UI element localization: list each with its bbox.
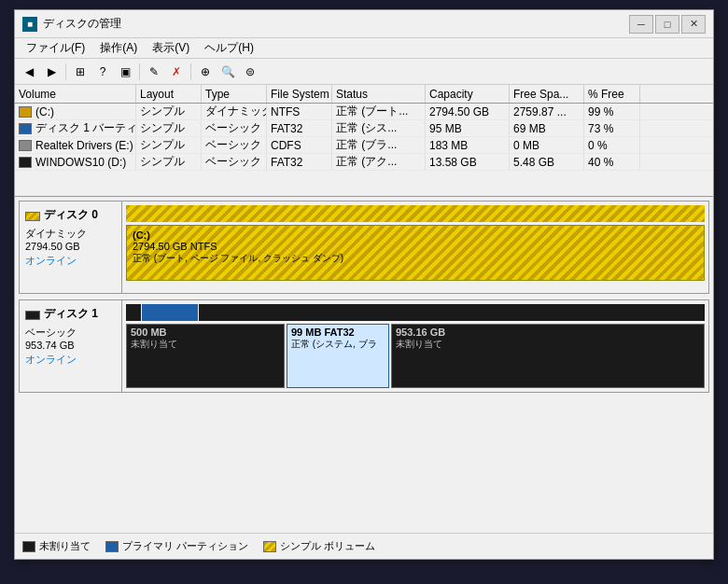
td-free-1: 69 MB — [510, 120, 584, 136]
menu-view[interactable]: 表示(V) — [145, 38, 197, 58]
td-fs-2: CDFS — [267, 137, 332, 153]
td-type-1: ベーシック — [202, 120, 267, 136]
disk1-segments-bar — [126, 304, 705, 321]
td-pct-3: 40 % — [584, 154, 640, 170]
add-button[interactable]: ⊕ — [195, 62, 216, 82]
table-row[interactable]: (C:) シンプル ダイナミック NTFS 正常 (ブート... 2794.50… — [15, 104, 713, 120]
menu-action[interactable]: 操作(A) — [92, 38, 145, 58]
separator-1 — [65, 63, 66, 80]
table-header: Volume Layout Type File System Status Ca… — [15, 85, 713, 104]
td-volume-0: (C:) — [15, 104, 136, 119]
disk1-info: ディスク 1 ベーシック 953.74 GB オンライン — [20, 300, 122, 392]
legend-item-simple: シンプル ボリューム — [263, 539, 375, 553]
forward-button[interactable]: ▶ — [41, 62, 62, 82]
disk0-part-name: (C:) — [133, 229, 698, 241]
legend-item-unallocated: 未割り当て — [22, 539, 91, 553]
disk0-part-size: 2794.50 GB NTFS — [133, 241, 698, 252]
volume-icon-0 — [19, 106, 32, 118]
disk1-partitions: 500 MB 未割り当て 99 MB FAT32 正常 (システム, ブラ 95… — [126, 324, 705, 388]
td-status-0: 正常 (ブート... — [332, 104, 426, 119]
disk1-part0-desc: 未割り当て — [131, 338, 280, 351]
title-bar-controls: ─ □ ✕ — [629, 15, 706, 34]
disk0-part-desc: 正常 (ブート, ページ ファイル, クラッシュ ダンプ) — [133, 252, 698, 265]
volume-icon-2 — [19, 140, 32, 151]
disk1-seg-primary — [142, 304, 198, 321]
disk1-id: ディスク 1 — [44, 306, 98, 322]
td-status-2: 正常 (ブラ... — [332, 137, 426, 153]
maximize-button[interactable]: □ — [655, 15, 679, 34]
td-pct-1: 73 % — [584, 120, 640, 136]
disk0-bar-area: (C:) 2794.50 GB NTFS 正常 (ブート, ページ ファイル, … — [122, 202, 708, 293]
legend-bar: 未割り当て プライマリ パーティション シンプル ボリューム — [15, 533, 713, 559]
window-icon: ■ — [22, 17, 37, 32]
disk1-seg-unallocated1 — [126, 304, 141, 321]
menu-help[interactable]: ヘルプ(H) — [197, 38, 261, 58]
col-header-type[interactable]: Type — [202, 85, 267, 103]
col-header-layout[interactable]: Layout — [136, 85, 202, 103]
col-header-capacity[interactable]: Capacity — [426, 85, 510, 103]
delete-button[interactable]: ✗ — [166, 62, 187, 82]
separator-2 — [139, 63, 140, 80]
td-pct-0: 99 % — [584, 104, 640, 119]
legend-box-simple — [263, 541, 276, 552]
td-layout-1: シンプル — [136, 120, 202, 136]
td-volume-2: Realtek Drivers (E:) — [15, 137, 136, 153]
td-layout-0: シンプル — [136, 104, 202, 119]
td-type-3: ベーシック — [202, 154, 267, 170]
legend-label-unallocated: 未割り当て — [39, 539, 91, 553]
disk1-part-953gb[interactable]: 953.16 GB 未割り当て — [391, 324, 705, 388]
minimize-button[interactable]: ─ — [629, 15, 653, 34]
filter-button[interactable]: ⊜ — [240, 62, 260, 82]
disk1-type: ベーシック — [25, 326, 116, 340]
col-header-fs[interactable]: File System — [267, 85, 332, 103]
volume-icon-1 — [19, 123, 32, 134]
disk0-label-strip: ディスク 0 — [25, 207, 116, 225]
disk1-part2-name: 953.16 GB — [396, 327, 700, 338]
col-header-status[interactable]: Status — [332, 85, 426, 103]
main-content: Volume Layout Type File System Status Ca… — [15, 85, 713, 559]
td-layout-2: シンプル — [136, 137, 202, 153]
volume-table: Volume Layout Type File System Status Ca… — [15, 85, 713, 197]
properties-button[interactable]: ⊞ — [70, 62, 91, 82]
help-button[interactable]: ? — [92, 62, 113, 82]
view-button[interactable]: ▣ — [115, 62, 135, 82]
td-status-1: 正常 (シス... — [332, 120, 426, 136]
td-capacity-2: 183 MB — [426, 137, 510, 153]
td-volume-3: WINDOWS10 (D:) — [15, 154, 136, 170]
col-header-free[interactable]: Free Spa... — [510, 85, 584, 103]
disk1-label-strip: ディスク 1 — [25, 306, 116, 324]
td-pct-2: 0 % — [584, 137, 640, 153]
table-row[interactable]: WINDOWS10 (D:) シンプル ベーシック FAT32 正常 (アク..… — [15, 154, 713, 171]
td-status-3: 正常 (アク... — [332, 154, 426, 170]
disk1-part-99mb[interactable]: 99 MB FAT32 正常 (システム, ブラ — [287, 324, 389, 388]
search-button[interactable]: 🔍 — [217, 62, 238, 82]
disk0-id: ディスク 0 — [44, 207, 98, 223]
col-header-volume[interactable]: Volume — [15, 85, 136, 103]
td-layout-3: シンプル — [136, 154, 202, 170]
disk1-seg-unallocated2 — [199, 304, 705, 321]
disk1-part-500mb[interactable]: 500 MB 未割り当て — [126, 324, 285, 388]
disk0-color-indicator — [25, 212, 40, 221]
legend-label-primary: プライマリ パーティション — [122, 539, 248, 553]
legend-box-primary — [105, 541, 119, 552]
legend-item-primary: プライマリ パーティション — [105, 539, 248, 553]
close-button[interactable]: ✕ — [681, 15, 706, 34]
menu-file[interactable]: ファイル(F) — [19, 38, 92, 58]
disk1-color-indicator — [25, 311, 40, 320]
disk-management-window: ■ ディスクの管理 ─ □ ✕ ファイル(F) 操作(A) 表示(V) ヘルプ(… — [14, 9, 714, 560]
legend-box-unallocated — [22, 541, 35, 552]
back-button[interactable]: ◀ — [19, 62, 39, 82]
legend-label-simple: シンプル ボリューム — [280, 539, 375, 553]
table-row[interactable]: ディスク 1 バーティシ... シンプル ベーシック FAT32 正常 (シス.… — [15, 120, 713, 137]
disk1-status: オンライン — [25, 353, 116, 367]
disk1-part0-name: 500 MB — [131, 327, 280, 338]
td-fs-1: FAT32 — [267, 120, 332, 136]
td-type-2: ベーシック — [202, 137, 267, 153]
td-fs-3: FAT32 — [267, 154, 332, 170]
td-volume-1: ディスク 1 バーティシ... — [15, 120, 136, 136]
edit-button[interactable]: ✎ — [144, 62, 164, 82]
disk0-partition-c[interactable]: (C:) 2794.50 GB NTFS 正常 (ブート, ページ ファイル, … — [126, 225, 705, 281]
col-header-pctfree[interactable]: % Free — [584, 85, 640, 103]
table-row[interactable]: Realtek Drivers (E:) シンプル ベーシック CDFS 正常 … — [15, 137, 713, 154]
td-type-0: ダイナミック — [202, 104, 267, 119]
